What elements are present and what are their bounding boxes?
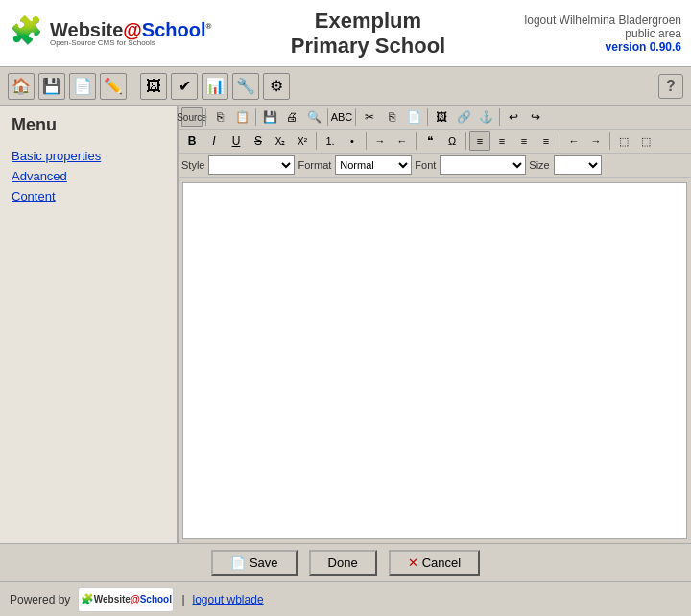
separator10 bbox=[465, 132, 466, 150]
align-left-icon: ≡ bbox=[477, 135, 483, 147]
site-name: Exemplum bbox=[211, 9, 524, 34]
logo-container: 🧩 Website@School® Open-Source CMS for Sc… bbox=[10, 14, 211, 53]
main-content: Menu Basic properties Advanced Content S… bbox=[0, 106, 691, 543]
site-subtitle: Primary School bbox=[211, 34, 524, 59]
extra2-btn[interactable]: ⬚ bbox=[635, 131, 656, 151]
rtl-icon: ← bbox=[569, 135, 580, 147]
logo-puzzle-icon: 🧩 bbox=[10, 15, 43, 45]
underline-btn[interactable]: U bbox=[226, 131, 247, 151]
align-justify-btn[interactable]: ≡ bbox=[536, 131, 557, 151]
save-doc-icon: 💾 bbox=[263, 110, 277, 124]
strikethrough-btn[interactable]: S bbox=[248, 131, 269, 151]
save-button[interactable]: 📄 Save bbox=[211, 550, 298, 576]
logo-icon: 🧩 bbox=[10, 14, 48, 53]
anchor-btn[interactable]: ⚓ bbox=[475, 107, 496, 127]
ol-btn[interactable]: 1. bbox=[320, 131, 341, 151]
special-char-btn[interactable]: Ω bbox=[441, 131, 463, 151]
bold-btn[interactable]: B bbox=[181, 131, 203, 151]
ul-btn[interactable]: • bbox=[342, 131, 363, 151]
outdent-btn[interactable]: ← bbox=[392, 131, 413, 151]
sidebar-item-advanced[interactable]: Advanced bbox=[12, 169, 165, 183]
floppy-icon: 💾 bbox=[42, 77, 61, 95]
footer-logout[interactable]: logout wblade bbox=[193, 593, 264, 606]
redo-btn[interactable]: ↪ bbox=[525, 107, 546, 127]
style-select[interactable] bbox=[208, 155, 295, 175]
ltr-btn[interactable]: → bbox=[585, 131, 607, 151]
separator7 bbox=[316, 132, 317, 150]
blockquote-btn[interactable]: ❝ bbox=[419, 131, 441, 151]
area-text: public area bbox=[525, 27, 681, 40]
align-right-btn[interactable]: ≡ bbox=[513, 131, 535, 151]
separator9 bbox=[416, 132, 417, 150]
font-select[interactable] bbox=[440, 155, 526, 175]
save-icon: 📄 bbox=[230, 556, 246, 570]
cut-btn[interactable]: ✂ bbox=[359, 107, 380, 127]
toolbar-tools-button[interactable]: 🔧 bbox=[232, 73, 259, 100]
align-center-icon: ≡ bbox=[499, 135, 505, 147]
cancel-label: Cancel bbox=[422, 556, 461, 570]
main-toolbar: 🏠 💾 📄 ✏️ 🖼 ✔ 📊 🔧 ⚙ ? bbox=[0, 67, 691, 106]
editor-canvas[interactable] bbox=[182, 182, 687, 539]
copy2-btn[interactable]: ⎘ bbox=[381, 107, 402, 127]
format-select[interactable]: Normal bbox=[335, 155, 412, 175]
rtl-btn[interactable]: ← bbox=[563, 131, 584, 151]
superscript-icon: X² bbox=[298, 136, 307, 147]
indent-icon: → bbox=[375, 135, 386, 147]
underline-icon: U bbox=[232, 134, 241, 148]
img-icon: 🖼 bbox=[436, 110, 447, 124]
toolbar-chart-button[interactable]: 📊 bbox=[202, 73, 228, 100]
toolbar-page-button[interactable]: 📄 bbox=[69, 73, 96, 100]
logo-area: 🧩 Website@School® Open-Source CMS for Sc… bbox=[10, 14, 211, 53]
paste2-btn[interactable]: 📄 bbox=[403, 107, 424, 127]
spell-icon: ABC bbox=[331, 111, 353, 123]
spell-btn[interactable]: ABC bbox=[331, 107, 352, 127]
editor-toolbar-row1: Source ⎘ 📋 💾 🖨 🔍 ABC ✂ ⎘ 📄 🖼 🔗 ⚓ bbox=[179, 106, 691, 130]
sidebar: Menu Basic properties Advanced Content bbox=[0, 106, 178, 543]
copy-btn[interactable]: ⎘ bbox=[209, 107, 230, 127]
sidebar-item-basic-properties[interactable]: Basic properties bbox=[12, 149, 165, 163]
editor-toolbars: Source ⎘ 📋 💾 🖨 🔍 ABC ✂ ⎘ 📄 🖼 🔗 ⚓ bbox=[179, 106, 691, 178]
subscript-icon: X₂ bbox=[275, 136, 286, 147]
done-button[interactable]: Done bbox=[309, 550, 377, 576]
bold-icon: B bbox=[188, 134, 197, 148]
align-left-btn[interactable]: ≡ bbox=[469, 131, 490, 151]
toolbar-settings-button[interactable]: ⚙ bbox=[263, 73, 290, 100]
indent-btn[interactable]: → bbox=[369, 131, 391, 151]
done-label: Done bbox=[328, 556, 358, 570]
sidebar-item-content[interactable]: Content bbox=[12, 189, 165, 203]
toolbar-check-button[interactable]: ✔ bbox=[171, 73, 198, 100]
extra1-btn[interactable]: ⬚ bbox=[613, 131, 634, 151]
subscript-btn[interactable]: X₂ bbox=[270, 131, 291, 151]
format-row: Style Format Normal Font Size bbox=[179, 154, 691, 178]
logo-tagline: Open-Source CMS for Schools bbox=[50, 39, 211, 47]
logo-wordmark: Website@School® Open-Source CMS for Scho… bbox=[50, 20, 211, 47]
toolbar-save-button[interactable]: 💾 bbox=[38, 73, 65, 100]
superscript-btn[interactable]: X² bbox=[292, 131, 313, 151]
anchor-icon: ⚓ bbox=[479, 110, 493, 124]
toolbar-home-button[interactable]: 🏠 bbox=[8, 73, 35, 100]
undo-icon: ↩ bbox=[509, 110, 518, 124]
size-select[interactable] bbox=[554, 155, 602, 175]
toolbar-image-button[interactable]: 🖼 bbox=[140, 73, 167, 100]
site-title: Exemplum Primary School bbox=[211, 9, 524, 59]
italic-btn[interactable]: I bbox=[203, 131, 225, 151]
source-button[interactable]: Source bbox=[181, 107, 203, 127]
cut-icon: ✂ bbox=[365, 110, 374, 124]
img-btn[interactable]: 🖼 bbox=[431, 107, 452, 127]
align-justify-icon: ≡ bbox=[543, 135, 549, 147]
preview-btn[interactable]: 🔍 bbox=[303, 107, 324, 127]
undo-btn[interactable]: ↩ bbox=[503, 107, 524, 127]
save-doc-btn[interactable]: 💾 bbox=[259, 107, 280, 127]
menu-title: Menu bbox=[12, 115, 165, 135]
preview-icon: 🔍 bbox=[307, 110, 322, 124]
ltr-icon: → bbox=[591, 135, 602, 147]
help-button[interactable]: ? bbox=[658, 74, 683, 99]
toolbar-edit-button[interactable]: ✏️ bbox=[100, 73, 127, 100]
separator3 bbox=[327, 108, 328, 126]
align-center-btn[interactable]: ≡ bbox=[491, 131, 512, 151]
cancel-button[interactable]: ✕ Cancel bbox=[389, 550, 480, 576]
print-btn[interactable]: 🖨 bbox=[281, 107, 302, 127]
paste-btn[interactable]: 📋 bbox=[231, 107, 252, 127]
link-btn[interactable]: 🔗 bbox=[453, 107, 474, 127]
strikethrough-icon: S bbox=[254, 134, 262, 148]
